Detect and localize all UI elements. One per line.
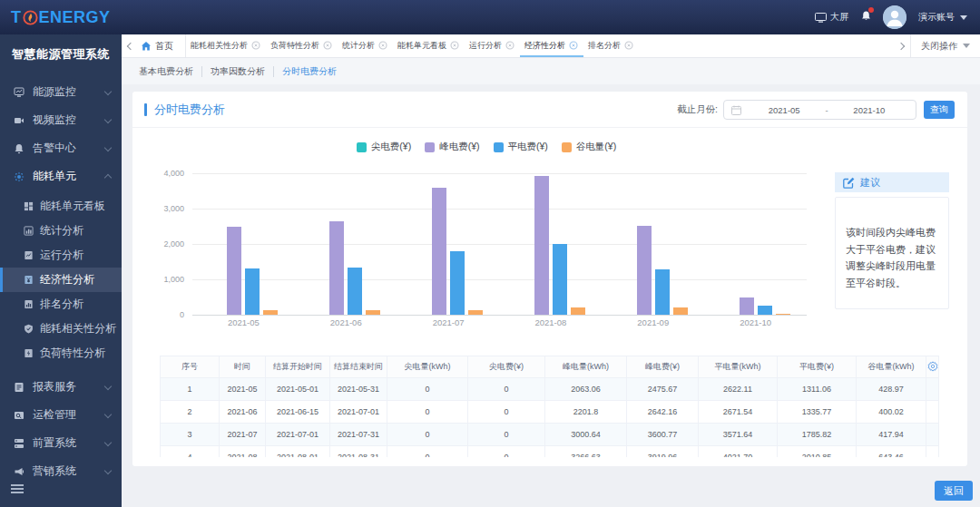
tab-6[interactable]: 排名分析 [583,34,639,57]
back-button[interactable]: 返回 [935,481,973,501]
tabs-scroll-left-button[interactable] [122,34,137,57]
energy-unit-icon [14,171,24,182]
sidebar-subitem-2[interactable]: 运行分析 [0,243,122,268]
table-cell-empty [926,446,939,458]
sidebar-collapse-icon[interactable] [11,484,24,494]
chevron-down-icon [104,438,112,445]
x-axis-label: 2021-08 [514,317,587,327]
query-button[interactable]: 查询 [924,101,955,119]
tab-close-icon[interactable] [450,41,460,51]
card-header: 分时电费分析 截止月份: 2021-05 - 2021-10 查询 [132,92,967,128]
gear-icon[interactable] [927,361,938,372]
sidebar-subitem-0[interactable]: 能耗单元看板 [0,194,122,219]
bar-平电费(¥)-2021-09[interactable] [655,269,670,315]
table-row-2[interactable]: 32021-072021-07-012021-07-31003000.64360… [161,424,939,446]
table-row-0[interactable]: 12021-052021-05-012021-05-31002063.06247… [161,378,939,401]
month-range-picker[interactable]: 2021-05 - 2021-10 [723,100,916,120]
subtab-2[interactable]: 分时电费分析 [274,65,345,78]
legend-item-2[interactable]: 平电费(¥) [494,141,548,153]
tab-close-icon[interactable] [569,41,579,51]
bar-峰电费(¥)-2021-09[interactable] [637,226,652,315]
sidebar-item-3[interactable]: 能耗单元 [0,162,122,190]
tab-close-icon[interactable] [251,41,261,51]
table-row-1[interactable]: 22021-062021-06-152021-07-01002201.82642… [161,401,939,424]
suggestion-header: 建议 [835,172,949,192]
sidebar-item-6[interactable]: 前置系统 [0,429,122,457]
bar-chart: 4,0003,0002,0001,00002021-052021-062021-… [192,173,807,315]
notification-bell-button[interactable] [861,9,871,25]
tabs-scroll-right-button[interactable] [895,34,910,57]
sidebar-item-5[interactable]: 运检管理 [0,401,122,429]
legend-item-1[interactable]: 峰电费(¥) [425,141,479,153]
table-wrap: 序号时间结算开始时间结算结束时间尖电量(kWh)尖电费(¥)峰电量(kWh)峰电… [160,356,939,457]
bar-平电费(¥)-2021-07[interactable] [450,251,465,315]
sidebar-subitem-label: 排名分析 [40,297,83,312]
bar-平电费(¥)-2021-05[interactable] [245,268,260,315]
sidebar-subitem-6[interactable]: 负荷特性分析 [0,341,122,366]
sidebar-menu: 能源监控视频监控告警中心能耗单元能耗单元看板统计分析运行分析经济性分析排名分析能… [0,78,122,485]
end-month-value[interactable]: 2021-10 [830,105,908,115]
chevron-down-icon [104,143,112,151]
sidebar-item-2[interactable]: 告警中心 [0,134,122,162]
sidebar-subitem-4[interactable]: 排名分析 [0,292,122,317]
bar-峰电费(¥)-2021-06[interactable] [329,221,344,315]
legend-item-0[interactable]: 尖电费(¥) [357,141,411,153]
tab-4[interactable]: 运行分析 [465,34,520,57]
bar-谷电量(¥)-2021-06[interactable] [366,310,380,315]
sidebar-item-label: 报表服务 [33,379,76,395]
sidebar-subitem-5[interactable]: 能耗相关性分析 [0,317,122,341]
table-cell: 2021-06-15 [266,401,330,424]
avatar[interactable] [883,5,906,29]
bar-峰电费(¥)-2021-07[interactable] [432,188,446,315]
logo-prefix: T [11,8,22,27]
tab-close-icon[interactable] [505,41,515,51]
table-cell: 0 [468,378,545,401]
bar-谷电量(¥)-2021-09[interactable] [673,307,688,315]
table-header-row: 序号时间结算开始时间结算结束时间尖电量(kWh)尖电费(¥)峰电量(kWh)峰电… [161,356,939,378]
bar-峰电费(¥)-2021-10[interactable] [740,297,754,315]
table-cell: 417.94 [857,424,926,446]
legend-label: 平电费(¥) [508,141,548,153]
tab-1[interactable]: 负荷特性分析 [266,34,338,57]
tab-3[interactable]: 能耗单元看板 [393,34,465,57]
sidebar-subitem-1[interactable]: 统计分析 [0,219,122,243]
subtab-0[interactable]: 基本电费分析 [131,65,201,78]
sidebar-item-7[interactable]: 营销系统 [0,457,122,485]
sidebar-subitem-3[interactable]: 经济性分析 [0,268,122,292]
bar-谷电量(¥)-2021-10[interactable] [776,314,790,315]
close-operations-menu[interactable]: 关闭操作 [910,34,980,57]
sidebar-item-4[interactable]: 报表服务 [0,373,122,401]
subtab-1[interactable]: 功率因数分析 [202,65,273,78]
sidebar-item-0[interactable]: 能源监控 [0,78,122,106]
legend-item-3[interactable]: 谷电量(¥) [562,141,616,153]
account-caret-icon [960,15,967,20]
big-screen-button[interactable]: 大屏 [815,11,848,24]
sidebar-item-1[interactable]: 视频监控 [0,106,122,134]
table-row-3[interactable]: 42021-082021-08-012021-08-31003266.63391… [161,446,939,458]
bar-平电费(¥)-2021-08[interactable] [553,244,567,315]
bar-谷电量(¥)-2021-08[interactable] [571,307,585,315]
tab-close-icon[interactable] [378,41,388,51]
tab-0[interactable]: 能耗相关性分析 [186,34,266,57]
sidebar-item-label: 前置系统 [33,435,76,451]
sidebar: 智慧能源管理系统 能源监控视频监控告警中心能耗单元能耗单元看板统计分析运行分析经… [0,34,122,507]
bar-平电费(¥)-2021-10[interactable] [758,306,772,315]
tab-5[interactable]: 经济性分析 [520,34,583,57]
bar-峰电费(¥)-2021-08[interactable] [534,176,549,315]
topbar-right: 大屏 演示账号 [815,0,967,34]
tab-home[interactable]: 首页 [137,34,186,57]
alarm-center-icon [14,143,24,154]
sidebar-submenu: 能耗单元看板统计分析运行分析经济性分析排名分析能耗相关性分析负荷特性分析 [0,190,122,373]
start-month-value[interactable]: 2021-05 [745,105,823,115]
inspection-icon [14,410,24,421]
tab-close-icon[interactable] [624,41,634,51]
bar-平电费(¥)-2021-06[interactable] [348,268,362,315]
bar-峰电费(¥)-2021-05[interactable] [227,227,241,315]
table-cell: 2010.85 [778,446,857,458]
bar-谷电量(¥)-2021-05[interactable] [263,310,278,315]
bar-谷电量(¥)-2021-07[interactable] [468,310,483,315]
tab-close-icon[interactable] [323,41,333,51]
account-menu[interactable]: 演示账号 [918,11,967,24]
tab-2[interactable]: 统计分析 [338,34,393,57]
kanban-icon [24,201,34,211]
